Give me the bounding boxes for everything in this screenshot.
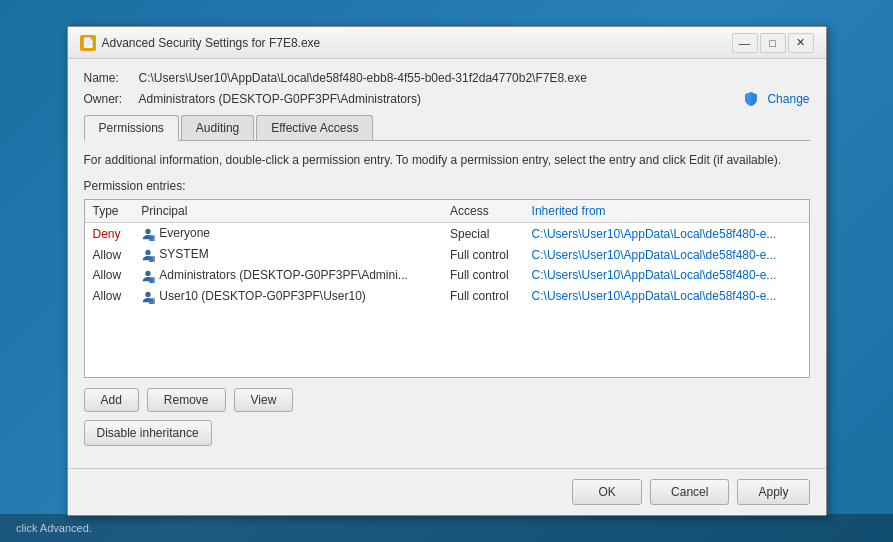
disable-inheritance-button[interactable]: Disable inheritance	[84, 420, 212, 446]
window-icon: 📄	[80, 35, 96, 51]
close-button[interactable]: ✕	[788, 33, 814, 53]
footer-buttons: OK Cancel Apply	[68, 468, 826, 515]
shield-icon	[743, 91, 759, 107]
user-icon: 👤	[141, 269, 155, 283]
cell-inherited: C:\Users\User10\AppData\Local\de58f480-e…	[524, 223, 809, 244]
window-controls: — □ ✕	[732, 33, 814, 53]
tab-effective-access[interactable]: Effective Access	[256, 115, 373, 140]
advanced-security-dialog: 📄 Advanced Security Settings for F7E8.ex…	[67, 26, 827, 515]
svg-point-6	[146, 271, 151, 276]
svg-text:👤: 👤	[150, 256, 156, 262]
view-button[interactable]: View	[234, 388, 294, 412]
table-row[interactable]: Allow 👤 SYSTEMFull controlC:\Users\User1…	[85, 244, 809, 265]
svg-point-0	[146, 229, 151, 234]
table-row[interactable]: Deny 👤 EveryoneSpecialC:\Users\User10\Ap…	[85, 223, 809, 244]
action-buttons: Add Remove View	[84, 388, 810, 412]
change-owner-link[interactable]: Change	[767, 92, 809, 106]
title-bar: 📄 Advanced Security Settings for F7E8.ex…	[68, 27, 826, 59]
apply-button[interactable]: Apply	[737, 479, 809, 505]
svg-point-9	[146, 291, 151, 296]
owner-row: Owner: Administrators (DESKTOP-G0PF3PF\A…	[84, 91, 810, 107]
tab-permissions[interactable]: Permissions	[84, 115, 179, 141]
cell-principal: 👤 User10 (DESKTOP-G0PF3PF\User10)	[133, 286, 442, 307]
cell-access: Full control	[442, 286, 524, 307]
svg-point-3	[146, 250, 151, 255]
cell-type: Deny	[85, 223, 134, 244]
window-body: Name: C:\Users\User10\AppData\Local\de58…	[68, 59, 826, 467]
cell-access: Full control	[442, 265, 524, 286]
table-row[interactable]: Allow 👤 User10 (DESKTOP-G0PF3PF\User10)F…	[85, 286, 809, 307]
cell-inherited: C:\Users\User10\AppData\Local\de58f480-e…	[524, 244, 809, 265]
name-label: Name:	[84, 71, 139, 85]
permission-table-wrapper: Type Principal Access Inherited from Den…	[84, 199, 810, 377]
section-label: Permission entries:	[84, 179, 810, 193]
minimize-button[interactable]: —	[732, 33, 758, 53]
table-row[interactable]: Allow 👤 Administrators (DESKTOP-G0PF3PF\…	[85, 265, 809, 286]
bottom-hint-bar: click Advanced.	[0, 514, 893, 542]
name-value: C:\Users\User10\AppData\Local\de58f480-e…	[139, 71, 810, 85]
col-type: Type	[85, 200, 134, 223]
tab-auditing[interactable]: Auditing	[181, 115, 254, 140]
svg-text:👤: 👤	[150, 298, 156, 304]
cell-principal: 👤 Everyone	[133, 223, 442, 244]
col-inherited: Inherited from	[524, 200, 809, 223]
cell-access: Full control	[442, 244, 524, 265]
owner-label: Owner:	[84, 92, 139, 106]
ok-button[interactable]: OK	[572, 479, 642, 505]
cell-type: Allow	[85, 265, 134, 286]
cell-inherited: C:\Users\User10\AppData\Local\de58f480-e…	[524, 265, 809, 286]
cancel-button[interactable]: Cancel	[650, 479, 729, 505]
owner-value: Administrators (DESKTOP-G0PF3PF\Administ…	[139, 92, 738, 106]
cell-inherited: C:\Users\User10\AppData\Local\de58f480-e…	[524, 286, 809, 307]
remove-button[interactable]: Remove	[147, 388, 226, 412]
cell-access: Special	[442, 223, 524, 244]
permission-table: Type Principal Access Inherited from Den…	[85, 200, 809, 306]
tab-content-permissions: For additional information, double-click…	[84, 141, 810, 455]
cell-principal: 👤 Administrators (DESKTOP-G0PF3PF\Admini…	[133, 265, 442, 286]
user-icon: 👤	[141, 248, 155, 262]
bottom-hint-text: click Advanced.	[16, 522, 92, 534]
maximize-button[interactable]: □	[760, 33, 786, 53]
user-icon: 👤	[141, 227, 155, 241]
col-principal: Principal	[133, 200, 442, 223]
cell-type: Allow	[85, 286, 134, 307]
cell-type: Allow	[85, 244, 134, 265]
add-button[interactable]: Add	[84, 388, 139, 412]
cell-principal: 👤 SYSTEM	[133, 244, 442, 265]
user-icon: 👤	[141, 290, 155, 304]
svg-text:👤: 👤	[150, 277, 156, 283]
info-text: For additional information, double-click…	[84, 151, 810, 169]
svg-text:👤: 👤	[150, 235, 156, 241]
window-title: Advanced Security Settings for F7E8.exe	[102, 36, 321, 50]
tab-bar: Permissions Auditing Effective Access	[84, 115, 810, 141]
name-row: Name: C:\Users\User10\AppData\Local\de58…	[84, 71, 810, 85]
col-access: Access	[442, 200, 524, 223]
